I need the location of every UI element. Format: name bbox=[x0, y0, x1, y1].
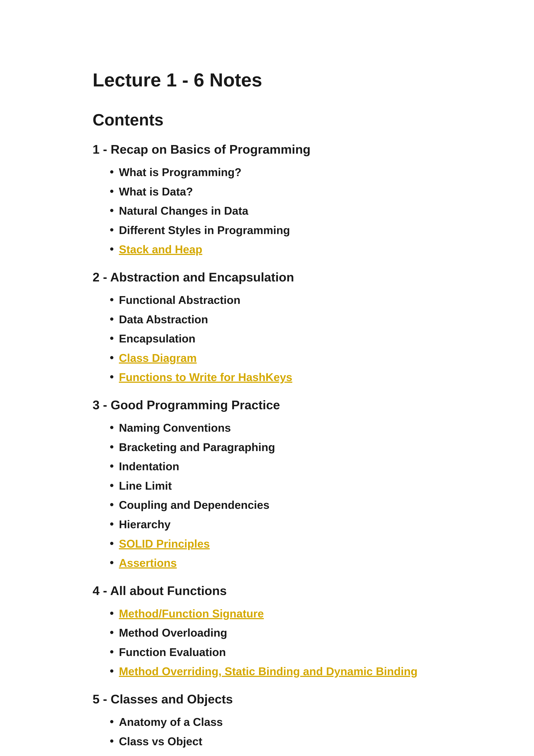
item-text-item-3-4: Line Limit bbox=[119, 479, 172, 493]
item-text-item-2-1: Functional Abstraction bbox=[119, 293, 240, 308]
item-text-item-4-2: Method Overloading bbox=[119, 626, 227, 640]
item-text-item-4-3: Function Evaluation bbox=[119, 645, 226, 660]
item-text-item-4-4: Method Overriding, Static Binding and Dy… bbox=[119, 664, 418, 679]
item-text-item-1-5: Stack and Heap bbox=[119, 242, 202, 257]
item-text-item-1-3: Natural Changes in Data bbox=[119, 204, 248, 218]
list-item-item-3-5: Coupling and Dependencies bbox=[110, 498, 442, 512]
item-text-item-3-6: Hierarchy bbox=[119, 517, 170, 532]
list-item-item-2-3: Encapsulation bbox=[110, 332, 442, 346]
list-item-item-3-4: Line Limit bbox=[110, 479, 442, 493]
section-4-list: Method/Function SignatureMethod Overload… bbox=[92, 607, 442, 679]
list-item-item-3-2: Bracketing and Paragraphing bbox=[110, 440, 442, 455]
list-item-item-5-3: Static Fields vs Instance Fields bbox=[110, 753, 442, 756]
list-item-item-3-8[interactable]: Assertions bbox=[110, 556, 442, 570]
item-text-item-5-3: Static Fields vs Instance Fields bbox=[119, 753, 285, 756]
list-item-item-2-5[interactable]: Functions to Write for HashKeys bbox=[110, 370, 442, 385]
page-container: Lecture 1 - 6 Notes Contents 1 - Recap o… bbox=[0, 0, 534, 756]
list-item-item-2-1: Functional Abstraction bbox=[110, 293, 442, 308]
section-5-title: 5 - Classes and Objects bbox=[92, 692, 442, 706]
item-text-item-3-5: Coupling and Dependencies bbox=[119, 498, 269, 512]
list-item-item-4-4[interactable]: Method Overriding, Static Binding and Dy… bbox=[110, 664, 442, 679]
item-text-item-5-2: Class vs Object bbox=[119, 734, 202, 749]
contents-heading: Contents bbox=[92, 110, 442, 129]
section-4: 4 - All about FunctionsMethod/Function S… bbox=[92, 583, 442, 679]
item-text-item-1-4: Different Styles in Programming bbox=[119, 223, 290, 238]
list-item-item-5-2: Class vs Object bbox=[110, 734, 442, 749]
list-item-item-3-3: Indentation bbox=[110, 459, 442, 474]
section-1: 1 - Recap on Basics of ProgrammingWhat i… bbox=[92, 142, 442, 257]
item-text-item-1-2: What is Data? bbox=[119, 184, 193, 199]
section-2-title: 2 - Abstraction and Encapsulation bbox=[92, 270, 442, 284]
item-text-item-5-1: Anatomy of a Class bbox=[119, 715, 223, 729]
item-text-item-3-3: Indentation bbox=[119, 459, 179, 474]
list-item-item-3-6: Hierarchy bbox=[110, 517, 442, 532]
main-title: Lecture 1 - 6 Notes bbox=[92, 69, 442, 91]
section-5-list: Anatomy of a ClassClass vs ObjectStatic … bbox=[92, 715, 442, 756]
item-text-item-3-8: Assertions bbox=[119, 556, 177, 570]
item-text-item-2-3: Encapsulation bbox=[119, 332, 195, 346]
item-text-item-2-5: Functions to Write for HashKeys bbox=[119, 370, 292, 385]
list-item-item-1-2: What is Data? bbox=[110, 184, 442, 199]
list-item-item-3-1: Naming Conventions bbox=[110, 421, 442, 435]
item-text-item-3-7: SOLID Principles bbox=[119, 537, 210, 551]
list-item-item-4-3: Function Evaluation bbox=[110, 645, 442, 660]
section-2-list: Functional AbstractionData AbstractionEn… bbox=[92, 293, 442, 385]
item-text-item-1-1: What is Programming? bbox=[119, 165, 242, 180]
section-3-list: Naming ConventionsBracketing and Paragra… bbox=[92, 421, 442, 570]
item-text-item-4-1: Method/Function Signature bbox=[119, 607, 264, 621]
sections-container: 1 - Recap on Basics of ProgrammingWhat i… bbox=[92, 142, 442, 756]
list-item-item-2-2: Data Abstraction bbox=[110, 312, 442, 327]
section-5: 5 - Classes and ObjectsAnatomy of a Clas… bbox=[92, 692, 442, 756]
list-item-item-3-7[interactable]: SOLID Principles bbox=[110, 537, 442, 551]
item-text-item-3-1: Naming Conventions bbox=[119, 421, 231, 435]
section-3-title: 3 - Good Programming Practice bbox=[92, 398, 442, 412]
list-item-item-4-2: Method Overloading bbox=[110, 626, 442, 640]
section-3: 3 - Good Programming PracticeNaming Conv… bbox=[92, 398, 442, 570]
list-item-item-1-4: Different Styles in Programming bbox=[110, 223, 442, 238]
list-item-item-5-1: Anatomy of a Class bbox=[110, 715, 442, 729]
list-item-item-1-1: What is Programming? bbox=[110, 165, 442, 180]
section-4-title: 4 - All about Functions bbox=[92, 583, 442, 598]
list-item-item-4-1[interactable]: Method/Function Signature bbox=[110, 607, 442, 621]
item-text-item-3-2: Bracketing and Paragraphing bbox=[119, 440, 275, 455]
section-1-list: What is Programming?What is Data?Natural… bbox=[92, 165, 442, 257]
section-1-title: 1 - Recap on Basics of Programming bbox=[92, 142, 442, 156]
list-item-item-1-3: Natural Changes in Data bbox=[110, 204, 442, 218]
list-item-item-1-5[interactable]: Stack and Heap bbox=[110, 242, 442, 257]
section-2: 2 - Abstraction and EncapsulationFunctio… bbox=[92, 270, 442, 385]
item-text-item-2-4: Class Diagram bbox=[119, 351, 196, 365]
list-item-item-2-4[interactable]: Class Diagram bbox=[110, 351, 442, 365]
item-text-item-2-2: Data Abstraction bbox=[119, 312, 208, 327]
